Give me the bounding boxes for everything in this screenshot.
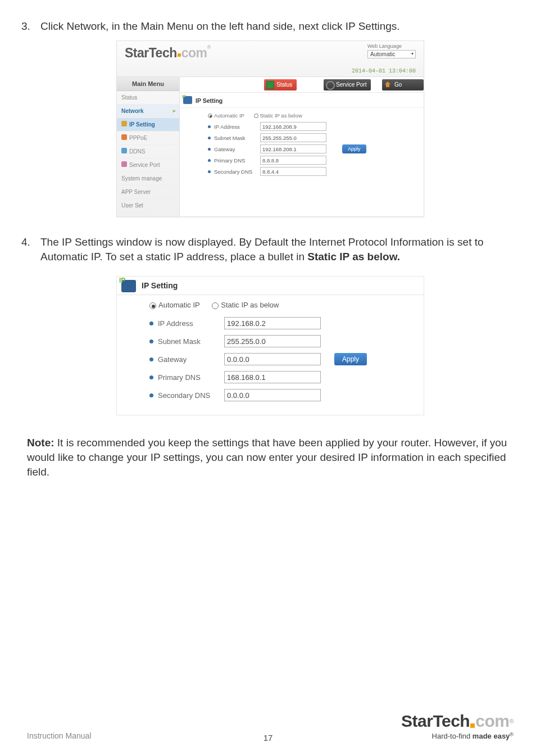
ip-address-input[interactable] (260, 122, 326, 131)
radio-automatic-ip-2[interactable]: Automatic IP (149, 301, 200, 309)
web-language-block: Web Language Automatic (367, 43, 416, 58)
main-menu-title: Main Menu (117, 77, 179, 91)
row-primary-dns-2: Primary DNS (149, 371, 416, 383)
step-3-number: 3. (21, 20, 40, 33)
secondary-dns-input-2[interactable] (224, 389, 321, 401)
bullet-icon (149, 339, 153, 343)
screenshot-1-header: StarTechcom® Web Language Automatic 2014… (117, 41, 424, 77)
apply-button-2[interactable]: Apply (334, 353, 367, 365)
ip-mode-radio-row: Automatic IP Static IP as below (208, 112, 419, 119)
radio-automatic-ip[interactable]: Automatic IP (208, 112, 244, 119)
primary-dns-label-2: Primary DNS (158, 373, 224, 382)
secondary-dns-label: Secondary DNS (214, 169, 260, 175)
radio-dot-icon (212, 302, 219, 309)
ip-setting-form-2: Automatic IP Static IP as below IP Addre… (117, 295, 424, 415)
sidebar-item-ddns[interactable]: DDNS (117, 145, 179, 159)
row-subnet-mask: Subnet Mask (208, 133, 419, 142)
sidebar-item-ip-setting[interactable]: IP Setting (117, 118, 179, 132)
bullet-icon (149, 357, 153, 361)
gateway-input-2[interactable] (224, 353, 321, 365)
ip-setting-panel-header: IP Setting (180, 93, 424, 108)
subnet-mask-input[interactable] (260, 133, 326, 142)
instruction-manual-label: Instruction Manual (27, 731, 91, 740)
ip-setting-title: IP Setting (196, 97, 222, 104)
content-area: Status Service Port Go Home IP Setting A… (180, 77, 424, 216)
service-port-button[interactable]: Service Port (324, 79, 371, 90)
ip-mode-radio-row-2: Automatic IP Static IP as below (149, 301, 416, 309)
primary-dns-label: Primary DNS (214, 157, 260, 164)
bullet-icon (208, 159, 211, 162)
logo-registered: ® (207, 44, 211, 50)
ip-address-label-2: IP Address (158, 319, 224, 328)
step-3-text: Click Network, in the Main Menu on the l… (40, 20, 400, 32)
screenshot-2: IP Setting Automatic IP Static IP as bel… (116, 276, 424, 415)
tagline-b: made easy (473, 732, 510, 740)
note-block: Note: It is recommended you keep the set… (27, 436, 514, 479)
logo-dot-icon (178, 53, 181, 57)
sidebar-item-pppoe[interactable]: PPPoE (117, 132, 179, 145)
row-gateway: GatewayApply (208, 144, 419, 153)
footer-startech-logo: StarTechcom® (401, 712, 514, 731)
ip-setting-icon (121, 280, 136, 292)
bullet-icon (149, 375, 153, 379)
ip-setting-form-1: Automatic IP Static IP as below IP Addre… (180, 108, 424, 184)
ip-setting-panel-header-2: IP Setting (117, 277, 424, 295)
subnet-mask-label: Subnet Mask (214, 135, 260, 141)
ip-setting-icon (183, 96, 192, 104)
tagline-registered: ® (510, 732, 514, 737)
step-4-text-bold: Static IP as below. (307, 251, 400, 262)
row-primary-dns: Primary DNS (208, 156, 419, 165)
gateway-input[interactable] (260, 144, 326, 153)
step-4-instruction: 4. The IP Settings window is now display… (21, 235, 514, 264)
ip-setting-title-2: IP Setting (142, 281, 178, 290)
sidebar-item-network[interactable]: Network (117, 105, 179, 118)
screenshot-1-body: Main Menu Status Network IP Setting PPPo… (117, 77, 424, 216)
web-language-select[interactable]: Automatic (367, 50, 416, 58)
footer-logo-part1: StarTech (401, 712, 470, 730)
go-home-button[interactable]: Go Home (382, 79, 424, 90)
top-button-bar: Status Service Port Go Home (180, 77, 424, 93)
logo-part2: com (181, 46, 207, 61)
radio-static-label-2: Static IP as below (221, 301, 279, 309)
primary-dns-input[interactable] (260, 156, 326, 165)
bullet-icon (149, 393, 153, 397)
gateway-label-2: Gateway (158, 355, 224, 364)
step-4-text-a: The IP Settings window is now displayed.… (40, 236, 484, 262)
row-secondary-dns-2: Secondary DNS (149, 389, 416, 401)
radio-dot-icon (254, 114, 258, 118)
logo-part1: StarTech (125, 46, 177, 61)
radio-static-ip-2[interactable]: Static IP as below (212, 301, 279, 309)
bullet-icon (208, 148, 211, 151)
radio-dot-icon (208, 114, 212, 118)
sidebar-item-status[interactable]: Status (117, 91, 179, 105)
note-lead: Note: (27, 437, 54, 449)
web-language-label: Web Language (367, 43, 402, 49)
primary-dns-input-2[interactable] (224, 371, 321, 383)
radio-automatic-label-2: Automatic IP (158, 301, 200, 309)
radio-dot-icon (149, 302, 156, 309)
bullet-icon (208, 137, 211, 139)
secondary-dns-label-2: Secondary DNS (158, 391, 224, 400)
radio-automatic-label: Automatic IP (214, 112, 244, 119)
ip-address-label: IP Address (214, 124, 260, 130)
bullet-icon (208, 125, 211, 128)
row-subnet-mask-2: Subnet Mask (149, 335, 416, 347)
status-button[interactable]: Status (264, 79, 297, 90)
row-secondary-dns: Secondary DNS (208, 167, 419, 176)
subnet-mask-input-2[interactable] (224, 335, 321, 347)
sidebar-item-app-server[interactable]: APP Server (117, 185, 179, 199)
sidebar-item-user-set[interactable]: User Set (117, 199, 179, 212)
tagline-a: Hard-to-find (432, 732, 473, 740)
row-ip-address: IP Address (208, 122, 419, 131)
apply-button[interactable]: Apply (342, 144, 366, 153)
timestamp: 2014-04-01 13:04:00 (352, 68, 416, 74)
sidebar-item-service-port[interactable]: Service Port (117, 159, 179, 172)
ip-address-input-2[interactable] (224, 317, 321, 329)
sidebar-item-system-manage[interactable]: System manage (117, 172, 179, 185)
subnet-mask-label-2: Subnet Mask (158, 337, 224, 346)
secondary-dns-input[interactable] (260, 167, 326, 176)
bullet-icon (208, 170, 211, 173)
logo-dot-icon (470, 723, 475, 728)
step-4-number: 4. (21, 235, 40, 250)
radio-static-ip[interactable]: Static IP as below (254, 112, 302, 119)
